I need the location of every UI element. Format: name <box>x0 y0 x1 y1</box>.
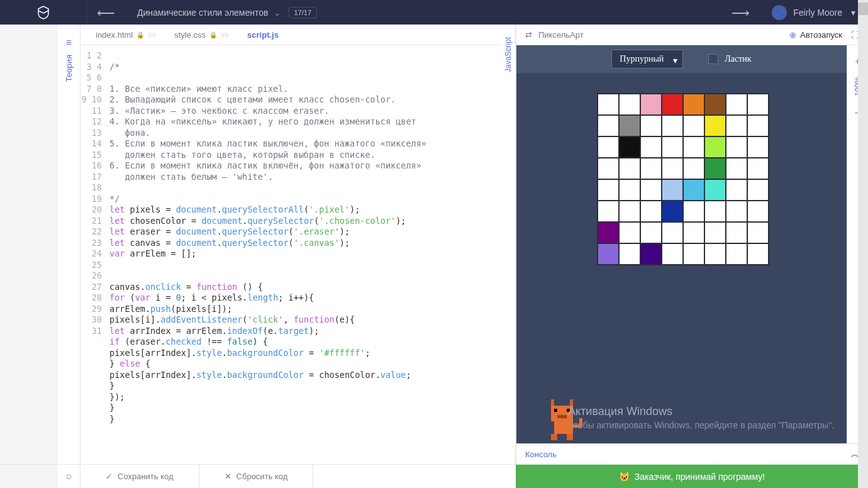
pixel-grid[interactable] <box>597 93 769 265</box>
autorun-toggle[interactable]: ⊕ Автозапуск <box>789 30 842 40</box>
pixel[interactable] <box>598 94 619 115</box>
pixel[interactable] <box>662 243 683 265</box>
pixel[interactable] <box>726 222 747 243</box>
pixel[interactable] <box>598 136 619 158</box>
feedback-button[interactable]: ☺ <box>58 465 81 488</box>
pixel[interactable] <box>598 201 619 222</box>
pixel[interactable] <box>619 115 640 136</box>
shield-icon <box>36 5 51 20</box>
eraser-checkbox[interactable]: Ластик <box>708 54 751 64</box>
pixel[interactable] <box>726 136 747 158</box>
pixel[interactable] <box>598 243 619 265</box>
pixel[interactable] <box>683 222 704 243</box>
pixel[interactable] <box>640 158 662 179</box>
file-tab-script-js[interactable]: script.js <box>232 25 294 45</box>
pixel[interactable] <box>662 179 683 201</box>
bottom-bar: ☺ ✓ Сохранить код ✕ Сбросить код 🐱 Заказ… <box>0 464 868 488</box>
reset-code-button[interactable]: ✕ Сбросить код <box>199 465 314 488</box>
pixel[interactable] <box>683 243 704 265</box>
pixel[interactable] <box>662 222 683 243</box>
pixel[interactable] <box>598 222 619 243</box>
pixel[interactable] <box>619 201 640 222</box>
preview-frame: Пурпурный ▾ Ластик <box>516 45 847 443</box>
pixel[interactable] <box>640 115 662 136</box>
console-toggle[interactable]: Консоль ︽ <box>516 443 868 464</box>
pixel[interactable] <box>598 115 619 136</box>
pixel[interactable] <box>683 115 704 136</box>
pixel[interactable] <box>726 243 747 265</box>
pixel[interactable] <box>640 136 662 158</box>
pixel[interactable] <box>619 243 640 265</box>
scrollbar[interactable] <box>858 0 868 488</box>
pixel[interactable] <box>726 94 747 115</box>
pixel[interactable] <box>683 136 704 158</box>
pixel[interactable] <box>619 179 640 201</box>
pixel[interactable] <box>640 222 662 243</box>
pixel[interactable] <box>683 94 704 115</box>
pixel[interactable] <box>683 201 704 222</box>
pixel[interactable] <box>640 243 662 265</box>
pixel[interactable] <box>662 201 683 222</box>
pixelart-toolbar: Пурпурный ▾ Ластик <box>516 45 847 73</box>
svg-rect-3 <box>554 409 557 412</box>
pixel[interactable] <box>747 136 769 158</box>
left-gutter <box>0 25 58 464</box>
lock-icon: 🔒 <box>209 31 217 38</box>
pixel[interactable] <box>619 158 640 179</box>
pixel[interactable] <box>704 243 726 265</box>
progress-badge: 17/17 <box>289 7 318 18</box>
submit-button[interactable]: 🐱 Заказчик, принимай программу! <box>516 465 868 488</box>
swap-icon[interactable]: ⇄ <box>525 30 532 40</box>
pixel[interactable] <box>747 179 769 201</box>
save-code-button[interactable]: ✓ Сохранить код <box>81 465 199 488</box>
pixel[interactable] <box>747 222 769 243</box>
pixel[interactable] <box>619 94 640 115</box>
pixel[interactable] <box>747 158 769 179</box>
pixel[interactable] <box>662 94 683 115</box>
pixel[interactable] <box>662 115 683 136</box>
pixel[interactable] <box>640 179 662 201</box>
pixel[interactable] <box>726 179 747 201</box>
lesson-title-dropdown[interactable]: Динамические стили элементов ⌄ 17/17 <box>125 7 721 18</box>
file-tab-index-html[interactable]: index.html🔒▭ <box>81 25 159 45</box>
preview-title: ПиксельАрт <box>538 30 584 40</box>
svg-rect-7 <box>551 434 557 440</box>
pixel[interactable] <box>662 136 683 158</box>
pixel[interactable] <box>704 222 726 243</box>
pixel[interactable] <box>747 201 769 222</box>
pixel[interactable] <box>726 201 747 222</box>
pixel[interactable] <box>747 94 769 115</box>
code-editor[interactable]: 1 2 3 4 5 6 7 8 9 10 11 12 13 14 15 16 1… <box>81 45 501 464</box>
pixel[interactable] <box>619 222 640 243</box>
pixel[interactable] <box>747 243 769 265</box>
file-tab-style-css[interactable]: style.css🔒▭ <box>159 25 232 45</box>
code-content[interactable]: /* 1. Все «пиксели» имеют класс pixel. 2… <box>107 45 501 464</box>
pixel[interactable] <box>598 179 619 201</box>
prev-lesson-button[interactable]: ⟵ <box>87 0 125 25</box>
pixel[interactable] <box>683 158 704 179</box>
pixel[interactable] <box>704 201 726 222</box>
pixel[interactable] <box>704 115 726 136</box>
next-lesson-button[interactable]: ⟶ <box>721 0 759 25</box>
pixel[interactable] <box>726 158 747 179</box>
pixel[interactable] <box>726 115 747 136</box>
pixel[interactable] <box>704 158 726 179</box>
pixel[interactable] <box>704 136 726 158</box>
pixel[interactable] <box>747 115 769 136</box>
pixel[interactable] <box>704 179 726 201</box>
logo[interactable] <box>0 0 87 25</box>
pixel[interactable] <box>704 94 726 115</box>
javascript-rail[interactable]: JavaScript <box>501 25 516 464</box>
theory-rail[interactable]: ≡ Теория <box>58 25 81 464</box>
pixel[interactable] <box>619 136 640 158</box>
pixel[interactable] <box>640 94 662 115</box>
close-icon: ✕ <box>225 472 231 481</box>
pixel[interactable] <box>662 158 683 179</box>
user-menu[interactable]: 🐾 Feirly Moore ▾ <box>759 5 868 20</box>
svg-rect-5 <box>557 415 567 418</box>
file-tabs: index.html🔒▭style.css🔒▭script.js <box>81 25 501 45</box>
pixel[interactable] <box>598 158 619 179</box>
pixel[interactable] <box>640 201 662 222</box>
pixel[interactable] <box>683 179 704 201</box>
color-select[interactable]: Пурпурный ▾ <box>611 50 683 69</box>
